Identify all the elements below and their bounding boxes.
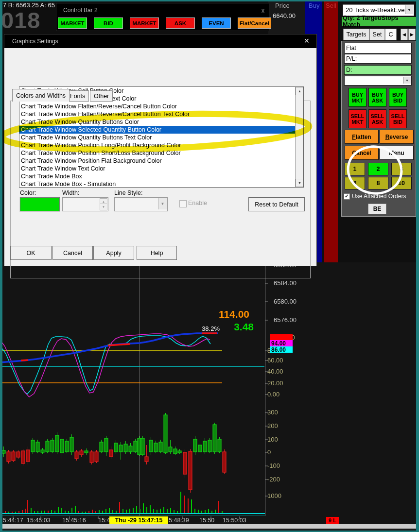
svg-text:9 L: 9 L xyxy=(329,517,336,523)
settings-list-item[interactable]: Chart Trade Window Position Long/Profit … xyxy=(19,141,296,149)
dialog-title: Graphics Settings xyxy=(12,38,58,45)
line-style-combo[interactable]: ▼ xyxy=(114,197,168,211)
svg-text:15:50:03: 15:50:03 xyxy=(223,517,246,524)
color-label: Color: xyxy=(20,189,36,196)
enable-label: Enable xyxy=(188,200,207,206)
dialog-tab-colors-and-widths[interactable]: Colors and Widths xyxy=(12,89,70,102)
preset-dropdown-value: 20 Ticks w-BreakEven xyxy=(346,6,408,14)
control-bar-button-bid[interactable]: BID xyxy=(94,17,123,29)
qty-button-4[interactable]: 4 xyxy=(391,163,412,175)
window-border-left xyxy=(0,0,2,532)
scroll-down-icon[interactable]: ▼ xyxy=(296,179,304,187)
control-bar-button-market[interactable]: MARKET xyxy=(130,17,159,29)
checkbox-checked-icon[interactable]: ✓ xyxy=(344,193,350,200)
action-button-flatten[interactable]: Flatten xyxy=(345,130,379,144)
dialog-button-apply[interactable]: Apply xyxy=(93,246,134,260)
scroll-up-icon[interactable]: ▲ xyxy=(296,87,304,95)
dialog-button-ok[interactable]: OK xyxy=(10,246,52,260)
svg-text:6584.00: 6584.00 xyxy=(274,279,297,287)
action-button-reverse[interactable]: Reverse xyxy=(380,130,414,144)
svg-text:5:44:17: 5:44:17 xyxy=(3,517,23,524)
qty-button-2[interactable]: 2 xyxy=(368,163,388,175)
svg-text:100: 100 xyxy=(267,436,278,443)
control-bar-button-ask[interactable]: ASK xyxy=(166,17,195,29)
tab-nav-left-icon[interactable]: ◀ xyxy=(401,29,408,40)
tab-c[interactable]: C xyxy=(385,29,397,40)
spinner-down-icon[interactable]: ▼ xyxy=(100,204,107,210)
dialog-tab-other[interactable]: Other xyxy=(90,90,113,102)
bottom-scroll-strip[interactable] xyxy=(0,524,419,529)
chevron-down-icon[interactable]: ▼ xyxy=(403,77,411,84)
account-dropdown[interactable]: ▼ xyxy=(344,76,412,86)
sell-button-2[interactable]: SELLBID xyxy=(389,109,407,128)
line-style-label: Line Style: xyxy=(114,189,142,196)
svg-text:40.00: 40.00 xyxy=(267,368,283,375)
sell-button-1[interactable]: SELLASK xyxy=(368,109,386,128)
close-icon[interactable]: ✕ xyxy=(304,37,310,45)
svg-text:15:4: 15:4 xyxy=(98,517,110,524)
qty-button-8[interactable]: 8 xyxy=(368,177,388,189)
dialog-titlebar[interactable]: Graphics Settings ✕ xyxy=(4,34,316,48)
svg-text:15:45:16: 15:45:16 xyxy=(62,517,86,524)
buy-button-1[interactable]: BUYASK xyxy=(368,88,386,107)
settings-list-item[interactable]: Chart Trade Window Selected Quantity But… xyxy=(19,126,296,134)
control-bar-buttons: MARKETBIDMARKETASKEVENFlat/Cancel xyxy=(58,17,271,29)
qty-status-banner: Qty: 2 Target/Stops Match xyxy=(342,17,417,26)
chevron-down-icon[interactable]: ▼ xyxy=(405,5,413,14)
settings-list: Chart Trade Window Sell Button ColorChar… xyxy=(19,87,296,188)
control-bar-button-even[interactable]: EVEN xyxy=(202,17,231,29)
settings-list-item[interactable]: Chart Trade Window Position Short/Loss B… xyxy=(19,149,296,157)
position-field: Flat xyxy=(344,43,412,53)
control-bar-button-market[interactable]: MARKET xyxy=(58,17,87,29)
trade-panel: ✓ Use Attached Orders BE FlatP/L:D:▼BUYM… xyxy=(341,41,416,217)
daily-field: D: xyxy=(344,65,412,75)
settings-list-item[interactable]: Chart Trade Window Text Color xyxy=(19,165,296,172)
breakeven-button[interactable]: BE xyxy=(368,204,386,214)
svg-text:15:50: 15:50 xyxy=(199,517,214,524)
tab-targets[interactable]: Targets xyxy=(343,29,369,40)
action-button-cancel[interactable]: Cancel xyxy=(345,146,379,160)
tab-set[interactable]: Set xyxy=(369,29,385,40)
chevron-down-icon[interactable]: ▼ xyxy=(158,198,167,209)
svg-text:300: 300 xyxy=(267,409,278,416)
svg-text:86.00: 86.00 xyxy=(271,346,286,353)
enable-checkbox[interactable] xyxy=(179,200,187,207)
dialog-button-cancel[interactable]: Cancel xyxy=(52,246,93,260)
control-bar-close-icon[interactable]: x xyxy=(262,7,264,14)
width-spinner[interactable]: ▲ ▼ xyxy=(62,197,108,211)
settings-list-item[interactable]: Chart Trade Window Flatten/Reverse/Cance… xyxy=(19,103,296,110)
svg-text:-200: -200 xyxy=(267,476,280,483)
svg-text:6580.00: 6580.00 xyxy=(274,298,297,305)
settings-list-item[interactable]: Chart Trade Mode Box xyxy=(19,172,296,180)
qty-button-6[interactable]: 6 xyxy=(345,177,365,189)
svg-text:-100: -100 xyxy=(267,462,280,469)
svg-text:5:48:39: 5:48:39 xyxy=(169,517,189,524)
reset-to-default-button[interactable]: Reset to Default xyxy=(248,197,305,211)
settings-list-item[interactable]: Chart Trade Window Position Flat Backgro… xyxy=(19,157,296,165)
listbox-scrollbar[interactable]: ▲ ▼ xyxy=(295,87,303,187)
settings-list-item[interactable]: Chart Trade Window Flatten/Reverse/Cance… xyxy=(19,110,296,118)
buy-button-0[interactable]: BUYMKT xyxy=(349,88,367,107)
use-attached-orders-row[interactable]: ✓ Use Attached Orders xyxy=(344,193,406,200)
settings-list-item[interactable]: Chart Trade Window Quantity Buttons Colo… xyxy=(19,118,296,126)
svg-text:38.2%: 38.2% xyxy=(202,325,220,332)
svg-text:114.00: 114.00 xyxy=(219,309,249,320)
qty-button-10[interactable]: 10 xyxy=(391,177,412,189)
svg-text:6576.00: 6576.00 xyxy=(274,316,297,324)
dialog-button-help[interactable]: Help xyxy=(137,246,177,260)
color-swatch-button[interactable] xyxy=(20,197,60,211)
svg-text:15:45:03: 15:45:03 xyxy=(27,517,51,524)
buy-button-2[interactable]: BUYBID xyxy=(389,88,407,107)
graphics-settings-dialog: Graphics Settings ✕ Chart Trade Window S… xyxy=(4,34,317,266)
settings-listbox[interactable]: Chart Trade Window Sell Button ColorChar… xyxy=(19,86,304,188)
settings-list-item[interactable]: Chart Trade Mode Box - Simulation xyxy=(19,180,296,188)
qty-button-1[interactable]: 1 xyxy=(345,163,365,175)
svg-text:0: 0 xyxy=(267,448,271,456)
control-bar-button-flatcancel[interactable]: Flat/Cancel xyxy=(238,17,271,29)
pl-field: P/L: xyxy=(344,54,412,64)
settings-list-item[interactable]: Chart Trade Window Quantity Buttons Text… xyxy=(19,134,296,141)
svg-text:1000: 1000 xyxy=(267,492,281,499)
sell-button-0[interactable]: SELLMKT xyxy=(349,109,367,128)
action-button-menu[interactable]: Menu xyxy=(380,146,414,160)
tab-nav-right-icon[interactable]: ▶ xyxy=(408,29,416,40)
